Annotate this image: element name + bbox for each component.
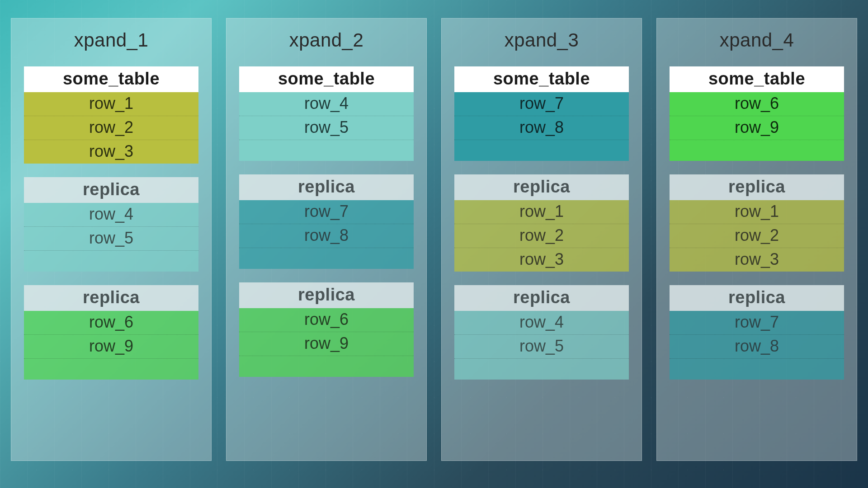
replica-block: replicarow_1row_2row_3 <box>670 174 844 272</box>
data-row: row_5 <box>454 335 629 359</box>
data-row: row_7 <box>670 311 844 335</box>
data-row: row_9 <box>239 332 414 356</box>
data-row: row_1 <box>454 200 629 224</box>
data-row: row_2 <box>670 224 844 248</box>
data-row: row_4 <box>454 311 629 335</box>
node-title: xpand_4 <box>670 29 844 51</box>
primary-header: some_table <box>670 66 844 92</box>
row-group: row_6row_9 <box>670 92 844 161</box>
row-pad <box>239 248 414 269</box>
row-group: row_7row_8 <box>239 200 414 269</box>
replica-header: replica <box>24 177 198 203</box>
row-pad <box>24 251 198 272</box>
replica-header: replica <box>239 282 414 308</box>
row-pad <box>670 140 844 161</box>
row-group: row_4row_5 <box>454 311 629 380</box>
replica-header: replica <box>454 285 629 311</box>
primary-header: some_table <box>24 66 198 92</box>
primary-header: some_table <box>239 66 414 92</box>
replica-header: replica <box>670 285 844 311</box>
data-row: row_6 <box>24 311 198 335</box>
data-row: row_3 <box>670 248 844 272</box>
row-pad <box>239 356 414 377</box>
replica-block: replicarow_4row_5 <box>454 285 629 380</box>
replica-header: replica <box>24 285 198 311</box>
row-group: row_1row_2row_3 <box>670 200 844 272</box>
primary-block: some_tablerow_7row_8 <box>454 66 629 161</box>
data-row: row_2 <box>24 116 198 140</box>
primary-block: some_tablerow_1row_2row_3 <box>24 66 198 164</box>
data-row: row_8 <box>454 116 629 140</box>
row-pad <box>670 359 844 380</box>
node-title: xpand_3 <box>454 29 629 51</box>
data-row: row_8 <box>670 335 844 359</box>
row-group: row_6row_9 <box>239 308 414 377</box>
data-row: row_3 <box>454 248 629 272</box>
replica-block: replicarow_1row_2row_3 <box>454 174 629 272</box>
row-pad <box>24 359 198 380</box>
row-pad <box>454 140 629 161</box>
row-pad <box>454 359 629 380</box>
replica-header: replica <box>670 174 844 200</box>
data-row: row_9 <box>24 335 198 359</box>
row-pad <box>239 140 414 161</box>
node-title: xpand_1 <box>24 29 198 51</box>
diagram-stage: xpand_1some_tablerow_1row_2row_3replicar… <box>0 0 868 488</box>
data-row: row_2 <box>454 224 629 248</box>
replica-block: replicarow_7row_8 <box>239 174 414 269</box>
node-title: xpand_2 <box>239 29 414 51</box>
row-group: row_7row_8 <box>670 311 844 380</box>
primary-block: some_tablerow_4row_5 <box>239 66 414 161</box>
primary-header: some_table <box>454 66 629 92</box>
node-column: xpand_2some_tablerow_4row_5replicarow_7r… <box>226 18 427 461</box>
row-group: row_1row_2row_3 <box>454 200 629 272</box>
data-row: row_6 <box>670 92 844 116</box>
data-row: row_7 <box>239 200 414 224</box>
data-row: row_5 <box>239 116 414 140</box>
row-group: row_6row_9 <box>24 311 198 380</box>
data-row: row_7 <box>454 92 629 116</box>
data-row: row_1 <box>24 92 198 116</box>
data-row: row_3 <box>24 140 198 164</box>
row-group: row_1row_2row_3 <box>24 92 198 164</box>
replica-block: replicarow_7row_8 <box>670 285 844 380</box>
data-row: row_9 <box>670 116 844 140</box>
node-column: xpand_4some_tablerow_6row_9replicarow_1r… <box>656 18 857 461</box>
data-row: row_4 <box>24 203 198 227</box>
row-group: row_7row_8 <box>454 92 629 161</box>
data-row: row_1 <box>670 200 844 224</box>
replica-header: replica <box>239 174 414 200</box>
node-column: xpand_1some_tablerow_1row_2row_3replicar… <box>11 18 212 461</box>
row-group: row_4row_5 <box>239 92 414 161</box>
node-column: xpand_3some_tablerow_7row_8replicarow_1r… <box>441 18 642 461</box>
data-row: row_6 <box>239 308 414 332</box>
primary-block: some_tablerow_6row_9 <box>670 66 844 161</box>
replica-block: replicarow_4row_5 <box>24 177 198 272</box>
replica-block: replicarow_6row_9 <box>239 282 414 377</box>
data-row: row_5 <box>24 227 198 251</box>
replica-header: replica <box>454 174 629 200</box>
data-row: row_4 <box>239 92 414 116</box>
data-row: row_8 <box>239 224 414 248</box>
replica-block: replicarow_6row_9 <box>24 285 198 380</box>
row-group: row_4row_5 <box>24 203 198 272</box>
